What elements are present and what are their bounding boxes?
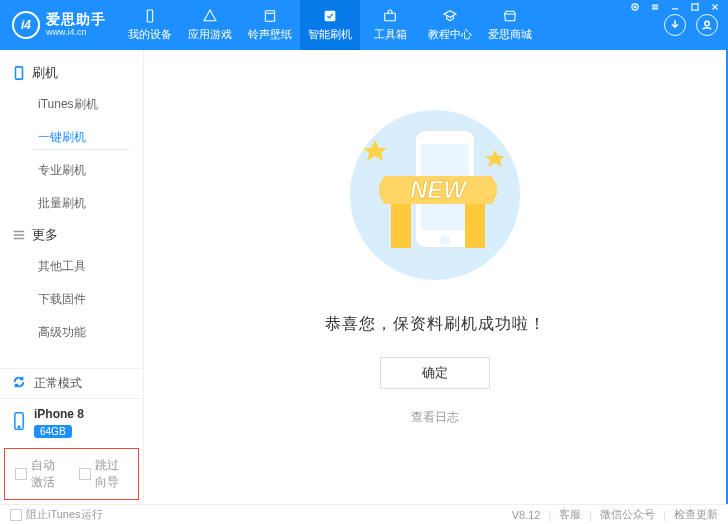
user-icon[interactable]	[696, 14, 718, 36]
nav-ringtones[interactable]: 铃声壁纸	[240, 0, 300, 50]
main-content: NEW 恭喜您，保资料刷机成功啦！ 确定 查看日志	[144, 50, 728, 504]
device-name: iPhone 8	[34, 407, 84, 421]
device-icon	[142, 8, 158, 24]
section-title: 更多	[32, 226, 58, 244]
flash-icon	[322, 8, 338, 24]
svg-point-8	[705, 21, 710, 26]
svg-rect-6	[325, 11, 336, 22]
window-controls	[626, 0, 724, 14]
nav-store[interactable]: 爱思商城	[480, 0, 540, 50]
storage-badge: 64GB	[34, 425, 72, 438]
wechat-link[interactable]: 微信公众号	[600, 507, 655, 522]
apps-icon	[202, 8, 218, 24]
version-text: V8.12	[512, 509, 541, 521]
mode-text: 正常模式	[34, 375, 82, 392]
checkbox-label: 自动激活	[31, 457, 65, 491]
nav-flash[interactable]: 智能刷机	[300, 0, 360, 50]
app-header: i4 爱思助手 www.i4.cn 我的设备 应用游戏 铃声壁纸 智能刷机 工具…	[0, 0, 728, 50]
nav-label: 我的设备	[128, 27, 172, 42]
body: 刷机 iTunes刷机 一键刷机 专业刷机 批量刷机 更多 其他工具 下载固件 …	[0, 50, 728, 504]
sidebar-item-pro-flash[interactable]: 专业刷机	[0, 154, 143, 187]
nav-label: 铃声壁纸	[248, 27, 292, 42]
music-icon	[262, 8, 278, 24]
check-update-link[interactable]: 检查更新	[674, 507, 718, 522]
menu-window-button[interactable]	[646, 0, 664, 14]
section-title: 刷机	[32, 64, 58, 82]
nav-label: 应用游戏	[188, 27, 232, 42]
success-illustration: NEW	[335, 100, 535, 294]
nav-label: 智能刷机	[308, 27, 352, 42]
sidebar-section-more: 更多	[0, 220, 143, 250]
footer-bar: 阻止iTunes运行 V8.12 | 客服 | 微信公众号 | 检查更新	[0, 504, 728, 524]
checkbox-label: 跳过向导	[95, 457, 129, 491]
checkbox-icon	[15, 468, 27, 480]
svg-rect-2	[692, 4, 698, 10]
checkbox-icon	[10, 509, 22, 521]
checkbox-icon	[79, 468, 91, 480]
download-icon[interactable]	[664, 14, 686, 36]
customer-service-link[interactable]: 客服	[559, 507, 581, 522]
nav-label: 教程中心	[428, 27, 472, 42]
sidebar-item-itunes-flash[interactable]: iTunes刷机	[0, 88, 143, 121]
refresh-icon	[12, 375, 26, 392]
nav-my-device[interactable]: 我的设备	[120, 0, 180, 50]
svg-rect-9	[16, 67, 23, 79]
phone-icon	[12, 66, 26, 80]
svg-rect-7	[385, 13, 396, 20]
svg-rect-10	[15, 413, 23, 430]
svg-point-11	[18, 426, 20, 428]
nav-tools[interactable]: 工具箱	[360, 0, 420, 50]
maximize-window-button[interactable]	[686, 0, 704, 14]
new-text: NEW	[410, 176, 468, 203]
nav-apps-games[interactable]: 应用游戏	[180, 0, 240, 50]
svg-point-17	[440, 235, 450, 245]
sidebar-item-advanced[interactable]: 高级功能	[0, 316, 143, 349]
sidebar-section-flash: 刷机	[0, 58, 143, 88]
success-message: 恭喜您，保资料刷机成功啦！	[325, 314, 546, 335]
hamburger-icon	[12, 228, 26, 242]
settings-window-button[interactable]	[626, 0, 644, 14]
sidebar-item-other-tools[interactable]: 其他工具	[0, 250, 143, 283]
sidebar-item-oneclick-flash[interactable]: 一键刷机	[0, 121, 143, 154]
options-highlighted-box: 自动激活 跳过向导	[4, 448, 139, 500]
svg-point-1	[634, 6, 636, 8]
nav-tutorials[interactable]: 教程中心	[420, 0, 480, 50]
auto-activate-checkbox[interactable]: 自动激活	[15, 457, 65, 491]
brand: i4 爱思助手 www.i4.cn	[0, 11, 120, 39]
device-info[interactable]: iPhone 8 64GB	[0, 398, 143, 448]
brand-title: 爱思助手	[46, 12, 106, 27]
skip-guide-checkbox[interactable]: 跳过向导	[79, 457, 129, 491]
toolbox-icon	[382, 8, 398, 24]
minimize-window-button[interactable]	[666, 0, 684, 14]
view-log-link[interactable]: 查看日志	[411, 409, 459, 426]
svg-rect-5	[265, 11, 274, 22]
checkbox-label: 阻止iTunes运行	[26, 507, 103, 522]
nav-label: 工具箱	[374, 27, 407, 42]
sidebar-item-batch-flash[interactable]: 批量刷机	[0, 187, 143, 220]
phone-icon	[12, 411, 26, 434]
store-icon	[502, 8, 518, 24]
mode-status[interactable]: 正常模式	[0, 368, 143, 398]
ok-button[interactable]: 确定	[380, 357, 490, 389]
nav-label: 爱思商城	[488, 27, 532, 42]
close-window-button[interactable]	[706, 0, 724, 14]
sidebar-item-download-firmware[interactable]: 下载固件	[0, 283, 143, 316]
svg-point-0	[632, 4, 638, 10]
main-nav: 我的设备 应用游戏 铃声壁纸 智能刷机 工具箱 教程中心 爱思商城	[120, 0, 540, 50]
sidebar: 刷机 iTunes刷机 一键刷机 专业刷机 批量刷机 更多 其他工具 下载固件 …	[0, 50, 144, 504]
brand-logo-icon: i4	[12, 11, 40, 39]
svg-rect-3	[147, 10, 152, 22]
brand-url: www.i4.cn	[46, 28, 106, 38]
tutorial-icon	[442, 8, 458, 24]
block-itunes-checkbox[interactable]: 阻止iTunes运行	[10, 507, 103, 522]
